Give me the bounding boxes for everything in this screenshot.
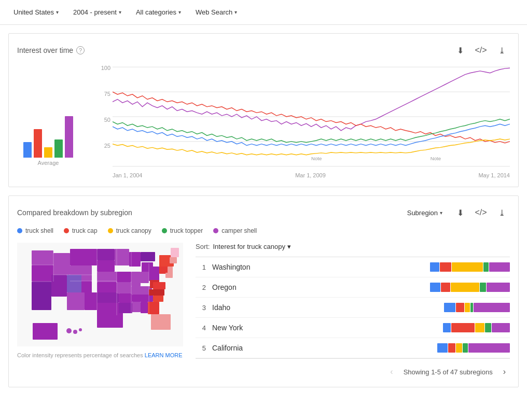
prev-page-btn[interactable]: ‹	[386, 365, 397, 379]
svg-rect-42	[149, 289, 164, 296]
table-row[interactable]: 4New York	[196, 318, 510, 338]
table-row[interactable]: 3Idaho	[196, 298, 510, 318]
svg-rect-21	[97, 292, 119, 303]
note1: Note	[311, 156, 322, 161]
timerange-label: 2004 - present	[73, 8, 117, 16]
bar-segment	[437, 343, 448, 353]
avg-bar	[23, 142, 32, 158]
avg-label: Average	[38, 160, 59, 166]
svg-rect-33	[149, 267, 159, 281]
region-label: United States	[13, 8, 54, 16]
row-bars	[437, 343, 510, 353]
breakdown-body: Color intensity represents percentage of…	[17, 243, 510, 379]
learn-more-link[interactable]: LEARN MORE	[145, 352, 183, 358]
table-row[interactable]: 1Washington	[196, 257, 510, 277]
svg-rect-8	[32, 282, 51, 310]
svg-rect-50	[33, 323, 58, 340]
table-area: Sort: Interest for truck canopy ▾ 1Washi…	[196, 243, 510, 379]
svg-rect-48	[170, 257, 177, 263]
breakdown-download-btn[interactable]: ⬇	[452, 204, 468, 221]
pagination: ‹ Showing 1-5 of 47 subregions ›	[196, 358, 510, 379]
svg-rect-32	[141, 272, 149, 283]
row-name: Washington	[212, 263, 424, 271]
bar-segment	[440, 262, 451, 272]
help-icon[interactable]: ?	[76, 46, 85, 54]
region-filter[interactable]: United States ▾	[8, 5, 64, 19]
svg-rect-37	[141, 302, 148, 313]
bar-segment	[451, 283, 479, 292]
share-btn[interactable]: ⤓	[493, 42, 510, 59]
table-row[interactable]: 5California	[196, 338, 510, 358]
legend: truck shelltruck captruck canopytruck to…	[17, 227, 510, 234]
searchtype-filter[interactable]: Web Search ▾	[190, 5, 242, 19]
row-rank: 2	[196, 284, 206, 291]
legend-item: truck topper	[162, 227, 203, 234]
bar-segment	[475, 323, 484, 332]
sort-label: Sort:	[196, 243, 210, 250]
y-axis: 100 75 50 25	[96, 65, 110, 169]
row-name: Oregon	[212, 283, 424, 291]
svg-rect-15	[67, 292, 85, 310]
category-filter[interactable]: All categories ▾	[131, 5, 186, 19]
x-label-1: Jan 1, 2004	[113, 172, 143, 178]
avg-bar	[54, 139, 63, 158]
svg-rect-28	[129, 252, 141, 267]
legend-dot	[162, 228, 167, 233]
subregion-btn[interactable]: Subregion ▾	[402, 206, 448, 220]
bar-segment	[456, 343, 462, 353]
svg-point-52	[73, 330, 77, 334]
svg-rect-27	[119, 303, 132, 313]
row-name: New York	[212, 324, 437, 332]
searchtype-label: Web Search	[196, 8, 232, 16]
legend-item: truck canopy	[108, 227, 151, 234]
x-label-2: Mar 1, 2009	[295, 172, 326, 178]
download-btn[interactable]: ⬇	[452, 42, 468, 59]
legend-item: truck cap	[64, 227, 98, 234]
breakdown-embed-btn[interactable]: </>	[473, 204, 489, 221]
top-bar: United States ▾ 2004 - present ▾ All cat…	[0, 0, 527, 25]
bar-segment	[463, 343, 468, 353]
row-rank: 5	[196, 344, 206, 352]
interest-title-group: Interest over time ?	[17, 46, 85, 54]
svg-rect-20	[97, 282, 117, 292]
svg-rect-6	[32, 250, 53, 265]
legend-dot	[108, 228, 113, 233]
bar-segment	[448, 343, 455, 353]
svg-rect-47	[168, 267, 173, 274]
searchtype-chevron: ▾	[234, 9, 237, 15]
region-chevron: ▾	[56, 9, 59, 15]
row-bars	[444, 303, 510, 312]
svg-point-51	[66, 328, 72, 333]
note2: Note	[431, 156, 441, 161]
chart-container: Average 100 75 50 25	[17, 65, 510, 178]
breakdown-title: Compared breakdown by subregion	[17, 208, 132, 217]
legend-label: truck canopy	[116, 227, 151, 234]
next-page-btn[interactable]: ›	[499, 365, 510, 379]
avg-bar	[34, 129, 42, 158]
row-bars	[443, 323, 510, 332]
interest-header: Interest over time ? ⬇ </> ⤓	[17, 42, 510, 59]
bar-segment	[483, 262, 489, 272]
svg-rect-49	[171, 248, 179, 257]
embed-btn[interactable]: </>	[473, 42, 489, 59]
svg-rect-18	[97, 260, 115, 272]
legend-dot	[17, 228, 22, 233]
svg-rect-9	[53, 253, 70, 275]
sort-select-btn[interactable]: Interest for truck canopy ▾	[213, 243, 290, 250]
line-chart-wrapper: 100 75 50 25	[79, 65, 510, 178]
legend-label: truck topper	[170, 227, 203, 234]
legend-label: camper shell	[221, 227, 257, 234]
svg-rect-35	[132, 295, 153, 302]
interest-actions: ⬇ </> ⤓	[452, 42, 510, 59]
svg-point-53	[79, 328, 82, 331]
table-row[interactable]: 2Oregon	[196, 277, 510, 298]
timerange-filter[interactable]: 2004 - present ▾	[68, 5, 127, 19]
svg-rect-29	[131, 272, 141, 286]
legend-item: truck shell	[17, 227, 53, 234]
bar-segment	[480, 283, 486, 292]
bar-segment	[470, 303, 473, 312]
breakdown-share-btn[interactable]: ⤓	[493, 204, 510, 221]
svg-rect-36	[132, 302, 141, 312]
map-caption-text: Color intensity represents percentage of…	[17, 352, 143, 358]
svg-rect-44	[148, 302, 159, 314]
